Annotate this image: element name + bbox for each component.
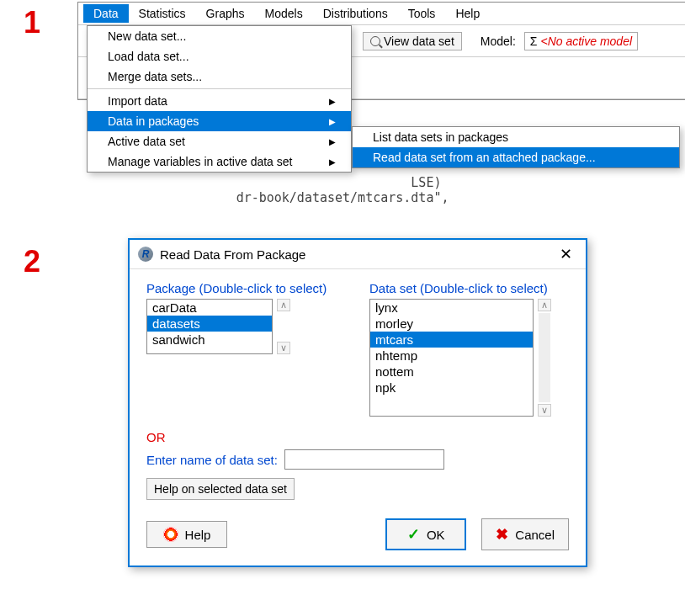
dataset-option[interactable]: lynx (370, 300, 533, 316)
package-option[interactable]: datasets (147, 316, 272, 332)
scroll-down-icon[interactable]: ∨ (538, 404, 551, 417)
ok-button-label: OK (427, 528, 445, 542)
menu-statistics[interactable]: Statistics (129, 4, 196, 23)
cancel-button[interactable]: ✖ Cancel (481, 518, 569, 550)
menu-item[interactable]: New data set... (88, 26, 351, 46)
step-number-2: 2 (24, 244, 40, 279)
menu-item[interactable]: Data in packages▶ (88, 111, 351, 131)
check-icon: ✓ (407, 525, 420, 544)
model-label: Model: (481, 35, 516, 48)
menu-item[interactable]: Active data set▶ (88, 131, 351, 151)
submenu-item[interactable]: Read data set from an attached package..… (353, 147, 679, 167)
package-scroll[interactable]: ∧ ∨ (274, 299, 293, 354)
or-label: OR (146, 430, 569, 444)
menu-tools[interactable]: Tools (398, 4, 446, 23)
menu-distributions[interactable]: Distributions (313, 4, 398, 23)
scroll-track[interactable] (539, 313, 550, 402)
lifebuoy-icon (163, 527, 178, 542)
chevron-right-icon: ▶ (329, 157, 336, 167)
dataset-scroll[interactable]: ∧ ∨ (535, 299, 554, 417)
menu-data[interactable]: Data (83, 4, 129, 23)
submenu-item[interactable]: List data sets in packages (353, 127, 679, 147)
package-option[interactable]: sandwich (147, 332, 272, 348)
package-option[interactable]: carData (147, 300, 272, 316)
dataset-list-label: Data set (Double-click to select) (369, 281, 569, 295)
data-menu-dropdown: New data set...Load data set...Merge dat… (87, 25, 352, 173)
magnifier-icon (370, 36, 380, 46)
dataset-column: Data set (Double-click to select) lynxmo… (369, 281, 569, 417)
cancel-button-label: Cancel (515, 528, 555, 542)
view-data-set-button[interactable]: View data set (363, 32, 462, 50)
package-list-label: Package (Double-click to select) (146, 281, 346, 295)
data-in-packages-submenu: List data sets in packagesRead data set … (352, 126, 680, 168)
sigma-icon: Σ (530, 35, 538, 48)
ok-button[interactable]: ✓ OK (385, 518, 466, 550)
dataset-name-input[interactable] (284, 449, 444, 470)
close-icon[interactable]: ✕ (555, 245, 577, 263)
help-button[interactable]: Help (146, 521, 227, 548)
menu-models[interactable]: Models (255, 4, 313, 23)
help-button-label: Help (185, 528, 211, 542)
menu-graphs[interactable]: Graphs (196, 4, 255, 23)
step-number-1: 1 (24, 5, 40, 40)
chevron-right-icon: ▶ (329, 97, 336, 106)
menubar: DataStatisticsGraphsModelsDistributionsT… (78, 3, 685, 25)
dataset-option[interactable]: nhtemp (370, 348, 533, 364)
chevron-right-icon: ▶ (329, 137, 336, 146)
dialog-title: Read Data From Package (160, 247, 305, 262)
menu-item[interactable]: Manage variables in active data set▶ (88, 151, 351, 172)
menu-help[interactable]: Help (445, 4, 490, 23)
dataset-option[interactable]: npk (370, 380, 533, 396)
chevron-right-icon: ▶ (329, 117, 336, 126)
read-data-from-package-dialog: R Read Data From Package ✕ Package (Doub… (128, 238, 587, 567)
dialog-titlebar: R Read Data From Package ✕ (130, 240, 586, 269)
enter-name-label: Enter name of data set: (146, 453, 278, 467)
x-icon: ✖ (496, 525, 508, 544)
menu-item[interactable]: Merge data sets... (88, 66, 351, 87)
scroll-up-icon[interactable]: ∧ (277, 299, 290, 311)
model-value-box[interactable]: Σ<No active model (524, 32, 638, 50)
menu-item[interactable]: Import data▶ (88, 91, 351, 111)
dataset-listbox[interactable]: lynxmorleymtcarsnhtempnottemnpk (369, 299, 534, 417)
scroll-up-icon[interactable]: ∧ (538, 299, 551, 311)
menu-item[interactable]: Load data set... (88, 46, 351, 66)
dataset-option[interactable]: mtcars (370, 332, 533, 348)
dataset-option[interactable]: nottem (370, 364, 533, 380)
dataset-option[interactable]: morley (370, 316, 533, 332)
model-value-text: <No active model (540, 35, 632, 48)
view-data-set-label: View data set (384, 35, 454, 48)
package-listbox[interactable]: carDatadatasetssandwich (146, 299, 273, 354)
scroll-down-icon[interactable]: ∨ (277, 342, 290, 354)
help-on-selected-button[interactable]: Help on selected data set (146, 478, 295, 500)
package-column: Package (Double-click to select) carData… (146, 281, 346, 417)
r-app-icon: R (138, 247, 153, 262)
